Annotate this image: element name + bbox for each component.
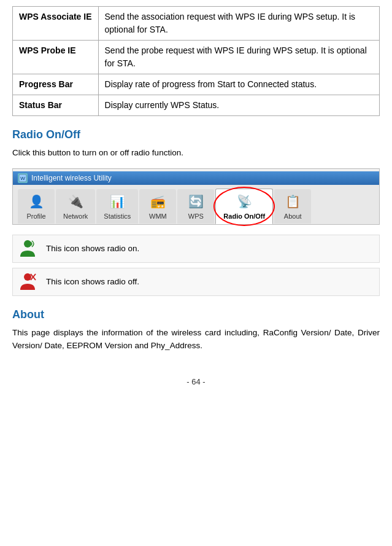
toolbar-title-bar: W Intelligent wireless Utility [13, 171, 379, 185]
about-text: This page displays the information of th… [12, 326, 380, 353]
tab-icon: 📊 [107, 192, 127, 211]
table-row: Progress Bar Display rate of progress fr… [13, 74, 380, 95]
table-cell-desc: Display rate of progress from Start to C… [98, 74, 379, 95]
toolbar-app-icon: W [18, 173, 28, 183]
wps-info-table: WPS Associate IE Send the association re… [12, 6, 380, 116]
table-cell-label: Progress Bar [13, 74, 99, 95]
table-cell-label: WPS Associate IE [13, 7, 99, 41]
tab-label: Radio On/Off [223, 213, 265, 220]
toolbar-tab-wps[interactable]: 🔄 WPS [177, 189, 214, 224]
table-cell-desc: Send the probe request with WPS IE durin… [98, 41, 379, 74]
svg-point-2 [24, 240, 31, 248]
radio-heading: Radio On/Off [12, 128, 380, 141]
tab-label: About [284, 213, 302, 220]
tab-icon: 📡 [234, 192, 254, 211]
toolbar-app-title: Intelligent wireless Utility [31, 174, 112, 182]
radio-off-row: This icon shows radio off. [12, 268, 380, 296]
table-row: WPS Associate IE Send the association re… [13, 7, 380, 41]
table-cell-label: Status Bar [13, 95, 99, 116]
toolbar-tab-about[interactable]: 📋 About [274, 189, 311, 224]
radio-intro: Click this button to turn on or off radi… [12, 146, 380, 160]
toolbar-screenshot: W Intelligent wireless Utility 👤 Profile… [12, 168, 380, 225]
table-row: WPS Probe IE Send the probe request with… [13, 41, 380, 74]
radio-on-row: This icon shows radio on. [12, 235, 380, 263]
radio-section: Radio On/Off Click this button to turn o… [12, 128, 380, 296]
svg-point-3 [24, 273, 31, 281]
tab-icon: 👤 [26, 192, 46, 211]
svg-text:W: W [20, 176, 25, 181]
table-row: Status Bar Display currently WPS Status. [13, 95, 380, 116]
toolbar-tab-network[interactable]: 🔌 Network [56, 189, 95, 224]
tab-icon: 📻 [148, 192, 167, 211]
radio-off-label: This icon shows radio off. [46, 277, 139, 286]
tab-label: WMM [149, 213, 167, 220]
toolbar-tab-statistics[interactable]: 📊 Statistics [96, 189, 138, 224]
about-heading: About [12, 308, 380, 321]
radio-on-icon [17, 238, 39, 260]
toolbar-tab-profile[interactable]: 👤 Profile [18, 189, 55, 224]
tab-label: Profile [26, 213, 45, 220]
toolbar-tab-wmm[interactable]: 📻 WMM [139, 189, 176, 224]
tab-icon: 📋 [283, 192, 302, 211]
toolbar-tabs: 👤 Profile 🔌 Network 📊 Statistics 📻 WMM 🔄… [13, 185, 379, 224]
tab-label: Statistics [104, 213, 131, 220]
table-cell-desc: Display currently WPS Status. [98, 95, 379, 116]
tab-icon: 🔄 [186, 192, 206, 211]
toolbar-tab-radio-on/off[interactable]: 📡 Radio On/Off [215, 189, 273, 224]
about-section: About This page displays the information… [12, 308, 380, 353]
tab-label: Network [63, 213, 88, 220]
page-number: - 64 - [12, 377, 380, 386]
tab-icon: 🔌 [66, 192, 85, 211]
radio-off-icon [17, 271, 39, 293]
radio-on-label: This icon shows radio on. [46, 244, 139, 253]
table-cell-label: WPS Probe IE [13, 41, 99, 74]
tab-label: WPS [188, 213, 204, 220]
table-cell-desc: Send the association request with WPS IE… [98, 7, 379, 41]
